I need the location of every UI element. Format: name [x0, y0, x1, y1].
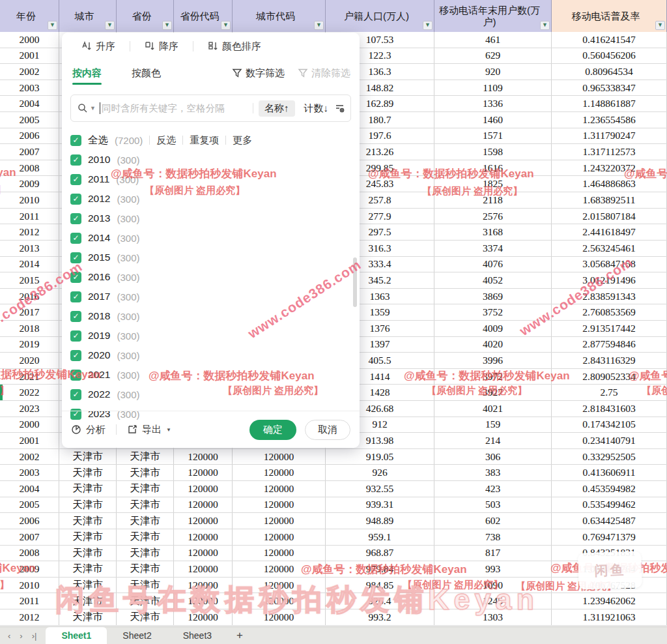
- tab-by-color[interactable]: 按颜色: [130, 65, 162, 82]
- table-cell: 120000: [174, 561, 233, 577]
- sort-by-name-button[interactable]: 名称↑: [259, 100, 295, 117]
- filter-dropdown-button[interactable]: ▼: [162, 21, 172, 30]
- checkbox-checked-icon[interactable]: ✓: [70, 154, 81, 166]
- filter-list-item[interactable]: ✓2019(300): [70, 326, 347, 345]
- filter-list-item[interactable]: ✓2016(300): [70, 267, 347, 287]
- filter-list-item[interactable]: ✓2010(300): [70, 150, 347, 169]
- table-cell: 天津市: [117, 529, 174, 545]
- filter-item-label: 2013: [88, 212, 110, 224]
- table-cell: 1.311790247: [552, 128, 667, 144]
- sheet-tab-sheet3[interactable]: Sheet3: [167, 627, 227, 644]
- select-all-row[interactable]: ✓ 全选 (7200) 反选 重复项 更多: [70, 130, 347, 150]
- sort-by-count-button[interactable]: 计数↓: [304, 102, 329, 115]
- select-all-count: (7200): [115, 135, 143, 146]
- checkbox-checked-icon[interactable]: ✓: [70, 272, 81, 283]
- number-filter-button[interactable]: 数字筛选: [232, 67, 285, 80]
- filter-item-count: (300): [117, 330, 139, 342]
- filter-item-count: (300): [117, 311, 139, 322]
- filter-dropdown-button[interactable]: ▼: [48, 21, 57, 30]
- invert-selection-link[interactable]: 反选: [150, 134, 182, 147]
- table-cell: 1.013430764: [552, 561, 667, 577]
- filter-list-item[interactable]: ✓2012(300): [70, 189, 347, 209]
- filter-item-label: 2012: [88, 193, 110, 205]
- display-settings-icon[interactable]: [335, 103, 345, 113]
- tab-by-content[interactable]: 按内容: [71, 65, 103, 82]
- sheet-nav-last[interactable]: ›|: [32, 631, 37, 641]
- filter-dropdown-button[interactable]: ▼: [423, 21, 433, 30]
- add-sheet-button[interactable]: +: [227, 627, 252, 644]
- table-cell: 423: [434, 481, 552, 497]
- checkbox-checked-icon[interactable]: ✓: [70, 330, 81, 342]
- panel-scrollbar[interactable]: [353, 257, 357, 307]
- sort-descending-label: 降序: [159, 40, 178, 53]
- checkbox-checked-icon[interactable]: ✓: [70, 252, 81, 263]
- filter-list-item[interactable]: ✓2017(300): [70, 287, 347, 306]
- sheet-nav-next[interactable]: ›: [20, 631, 22, 641]
- table-cell: 2018: [0, 321, 59, 336]
- sheet-tab-sheet2[interactable]: Sheet2: [107, 627, 167, 644]
- analyze-button[interactable]: 分析: [71, 424, 106, 436]
- filter-list-item[interactable]: ✓2015(300): [70, 248, 347, 267]
- table-cell: 天津市: [59, 561, 117, 577]
- sheet-nav-prev[interactable]: ‹: [8, 631, 10, 641]
- filter-dropdown-button[interactable]: ▼: [655, 21, 665, 30]
- filter-list-item[interactable]: ✓2014(300): [70, 228, 347, 248]
- search-input[interactable]: [102, 103, 248, 113]
- divider: [253, 103, 253, 113]
- clear-filter-button[interactable]: 清除筛选: [298, 67, 350, 80]
- table-cell: 天津市: [117, 465, 174, 480]
- table-cell: 629: [434, 48, 552, 64]
- sort-by-color-button[interactable]: 颜色排序: [208, 40, 261, 53]
- table-cell: 939.31: [326, 497, 434, 513]
- filter-list-item[interactable]: ✓2020(300): [70, 345, 347, 365]
- filter-dropdown-button[interactable]: ▼: [540, 21, 550, 30]
- table-cell: 2011: [0, 593, 59, 609]
- search-box[interactable]: ▼ 名称↑ 计数↓: [70, 95, 351, 122]
- more-link[interactable]: 更多: [226, 134, 259, 147]
- checkbox-checked-icon[interactable]: ✓: [70, 213, 81, 224]
- checkbox-checked-icon[interactable]: ✓: [70, 174, 81, 185]
- chevron-down-icon: ▼: [542, 22, 548, 28]
- checkbox-checked-icon[interactable]: ✓: [70, 350, 81, 361]
- filter-list-item[interactable]: ✓2011(300): [70, 169, 347, 189]
- sort-ascending-button[interactable]: 升序: [81, 40, 115, 53]
- table-cell: 天津市: [59, 609, 117, 625]
- checkbox-checked-icon[interactable]: ✓: [70, 194, 81, 205]
- filter-dropdown-button[interactable]: ▼: [105, 21, 115, 30]
- filter-item-label: 2022: [88, 388, 110, 400]
- table-cell: 1245: [434, 593, 552, 609]
- checkbox-checked-icon[interactable]: ✓: [70, 311, 81, 322]
- divider: [130, 41, 130, 51]
- table-cell: 120000: [233, 529, 326, 545]
- filter-list-item[interactable]: ✓2018(300): [70, 306, 347, 326]
- sort-ascending-icon: [81, 41, 92, 51]
- filter-list-item[interactable]: ✓2013(300): [70, 209, 347, 228]
- sheet-tab-sheet1[interactable]: Sheet1: [46, 627, 107, 644]
- chevron-down-icon: ▼: [223, 22, 229, 28]
- checkbox-checked-icon[interactable]: ✓: [70, 135, 81, 146]
- table-cell: 120000: [174, 465, 233, 480]
- export-button[interactable]: 导出 ▼: [127, 424, 171, 436]
- text-caret: [100, 102, 100, 114]
- table-cell: 3972: [434, 369, 552, 385]
- table-cell: 817: [434, 546, 552, 561]
- table-cell: 120000: [233, 465, 326, 480]
- filter-dropdown-button[interactable]: ▼: [314, 21, 324, 30]
- table-cell: 1571: [434, 128, 552, 144]
- table-cell: 0.965338347: [552, 80, 667, 96]
- sort-descending-button[interactable]: 降序: [145, 40, 178, 53]
- checkbox-checked-icon[interactable]: ✓: [70, 370, 81, 381]
- chevron-down-icon[interactable]: ▼: [90, 105, 96, 111]
- confirm-button[interactable]: 确定: [249, 420, 296, 440]
- filter-list-item[interactable]: ✓2022(300): [70, 385, 347, 404]
- cancel-button[interactable]: 取消: [305, 420, 350, 440]
- filter-dropdown-button[interactable]: ▼: [221, 21, 231, 30]
- checkbox-checked-icon[interactable]: ✓: [70, 233, 81, 244]
- filter-list-item[interactable]: ✓2021(300): [70, 365, 347, 385]
- checkbox-checked-icon[interactable]: ✓: [70, 291, 81, 302]
- duplicates-link[interactable]: 重复项: [183, 134, 225, 147]
- select-all-label: 全选: [88, 134, 108, 147]
- column-header-label: 移动电话普及率: [572, 10, 640, 22]
- checkbox-checked-icon[interactable]: ✓: [70, 389, 81, 400]
- table-cell: 159: [434, 417, 552, 433]
